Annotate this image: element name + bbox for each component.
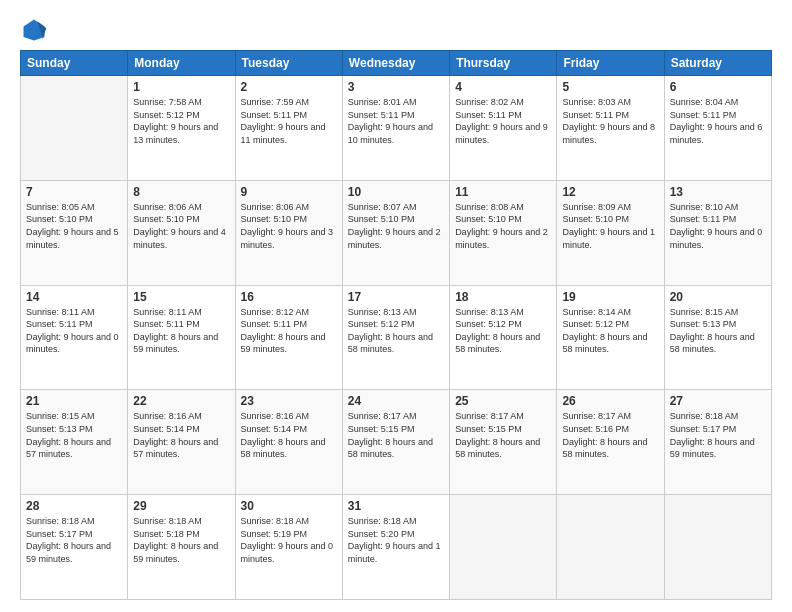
day-number: 19 [562,290,658,304]
day-info: Sunrise: 8:18 AMSunset: 5:19 PMDaylight:… [241,515,337,565]
calendar-cell: 28Sunrise: 8:18 AMSunset: 5:17 PMDayligh… [21,495,128,600]
day-header-saturday: Saturday [664,51,771,76]
calendar-cell: 8Sunrise: 8:06 AMSunset: 5:10 PMDaylight… [128,180,235,285]
calendar-week-row: 21Sunrise: 8:15 AMSunset: 5:13 PMDayligh… [21,390,772,495]
logo [20,16,52,44]
day-info: Sunrise: 8:14 AMSunset: 5:12 PMDaylight:… [562,306,658,356]
day-number: 13 [670,185,766,199]
calendar-cell: 6Sunrise: 8:04 AMSunset: 5:11 PMDaylight… [664,76,771,181]
calendar-week-row: 1Sunrise: 7:58 AMSunset: 5:12 PMDaylight… [21,76,772,181]
calendar-cell [557,495,664,600]
day-info: Sunrise: 8:11 AMSunset: 5:11 PMDaylight:… [133,306,229,356]
day-number: 15 [133,290,229,304]
calendar-cell: 12Sunrise: 8:09 AMSunset: 5:10 PMDayligh… [557,180,664,285]
day-info: Sunrise: 7:58 AMSunset: 5:12 PMDaylight:… [133,96,229,146]
day-info: Sunrise: 8:16 AMSunset: 5:14 PMDaylight:… [241,410,337,460]
calendar-cell: 20Sunrise: 8:15 AMSunset: 5:13 PMDayligh… [664,285,771,390]
day-info: Sunrise: 8:16 AMSunset: 5:14 PMDaylight:… [133,410,229,460]
day-info: Sunrise: 8:18 AMSunset: 5:17 PMDaylight:… [670,410,766,460]
day-number: 26 [562,394,658,408]
day-info: Sunrise: 8:18 AMSunset: 5:17 PMDaylight:… [26,515,122,565]
day-number: 24 [348,394,444,408]
day-info: Sunrise: 8:07 AMSunset: 5:10 PMDaylight:… [348,201,444,251]
day-info: Sunrise: 8:17 AMSunset: 5:15 PMDaylight:… [348,410,444,460]
calendar-cell: 10Sunrise: 8:07 AMSunset: 5:10 PMDayligh… [342,180,449,285]
page: SundayMondayTuesdayWednesdayThursdayFrid… [0,0,792,612]
calendar-table: SundayMondayTuesdayWednesdayThursdayFrid… [20,50,772,600]
calendar-cell: 4Sunrise: 8:02 AMSunset: 5:11 PMDaylight… [450,76,557,181]
day-header-thursday: Thursday [450,51,557,76]
day-info: Sunrise: 8:11 AMSunset: 5:11 PMDaylight:… [26,306,122,356]
calendar-cell: 17Sunrise: 8:13 AMSunset: 5:12 PMDayligh… [342,285,449,390]
day-header-monday: Monday [128,51,235,76]
day-number: 4 [455,80,551,94]
calendar-cell: 13Sunrise: 8:10 AMSunset: 5:11 PMDayligh… [664,180,771,285]
day-number: 1 [133,80,229,94]
day-number: 22 [133,394,229,408]
calendar-cell: 7Sunrise: 8:05 AMSunset: 5:10 PMDaylight… [21,180,128,285]
calendar-cell: 24Sunrise: 8:17 AMSunset: 5:15 PMDayligh… [342,390,449,495]
calendar-cell: 1Sunrise: 7:58 AMSunset: 5:12 PMDaylight… [128,76,235,181]
calendar-cell: 2Sunrise: 7:59 AMSunset: 5:11 PMDaylight… [235,76,342,181]
day-info: Sunrise: 8:04 AMSunset: 5:11 PMDaylight:… [670,96,766,146]
calendar-cell: 5Sunrise: 8:03 AMSunset: 5:11 PMDaylight… [557,76,664,181]
day-info: Sunrise: 8:15 AMSunset: 5:13 PMDaylight:… [26,410,122,460]
calendar-cell: 16Sunrise: 8:12 AMSunset: 5:11 PMDayligh… [235,285,342,390]
calendar-cell: 23Sunrise: 8:16 AMSunset: 5:14 PMDayligh… [235,390,342,495]
calendar-cell: 30Sunrise: 8:18 AMSunset: 5:19 PMDayligh… [235,495,342,600]
day-number: 28 [26,499,122,513]
day-number: 7 [26,185,122,199]
calendar-week-row: 14Sunrise: 8:11 AMSunset: 5:11 PMDayligh… [21,285,772,390]
day-number: 17 [348,290,444,304]
calendar-cell [21,76,128,181]
calendar-cell: 18Sunrise: 8:13 AMSunset: 5:12 PMDayligh… [450,285,557,390]
day-header-friday: Friday [557,51,664,76]
calendar-cell: 26Sunrise: 8:17 AMSunset: 5:16 PMDayligh… [557,390,664,495]
day-info: Sunrise: 8:06 AMSunset: 5:10 PMDaylight:… [241,201,337,251]
calendar-cell: 22Sunrise: 8:16 AMSunset: 5:14 PMDayligh… [128,390,235,495]
day-info: Sunrise: 8:17 AMSunset: 5:16 PMDaylight:… [562,410,658,460]
day-info: Sunrise: 8:09 AMSunset: 5:10 PMDaylight:… [562,201,658,251]
day-number: 16 [241,290,337,304]
day-number: 23 [241,394,337,408]
calendar-cell: 29Sunrise: 8:18 AMSunset: 5:18 PMDayligh… [128,495,235,600]
day-header-sunday: Sunday [21,51,128,76]
day-number: 5 [562,80,658,94]
day-info: Sunrise: 8:05 AMSunset: 5:10 PMDaylight:… [26,201,122,251]
day-number: 2 [241,80,337,94]
day-number: 18 [455,290,551,304]
day-info: Sunrise: 8:08 AMSunset: 5:10 PMDaylight:… [455,201,551,251]
calendar-week-row: 7Sunrise: 8:05 AMSunset: 5:10 PMDaylight… [21,180,772,285]
day-info: Sunrise: 8:10 AMSunset: 5:11 PMDaylight:… [670,201,766,251]
day-info: Sunrise: 8:13 AMSunset: 5:12 PMDaylight:… [455,306,551,356]
day-number: 3 [348,80,444,94]
day-number: 30 [241,499,337,513]
calendar-cell: 11Sunrise: 8:08 AMSunset: 5:10 PMDayligh… [450,180,557,285]
day-info: Sunrise: 8:18 AMSunset: 5:18 PMDaylight:… [133,515,229,565]
day-number: 11 [455,185,551,199]
calendar-cell: 15Sunrise: 8:11 AMSunset: 5:11 PMDayligh… [128,285,235,390]
day-number: 25 [455,394,551,408]
calendar-cell [450,495,557,600]
day-number: 14 [26,290,122,304]
calendar-cell: 9Sunrise: 8:06 AMSunset: 5:10 PMDaylight… [235,180,342,285]
calendar-cell: 21Sunrise: 8:15 AMSunset: 5:13 PMDayligh… [21,390,128,495]
day-header-tuesday: Tuesday [235,51,342,76]
calendar-cell: 25Sunrise: 8:17 AMSunset: 5:15 PMDayligh… [450,390,557,495]
calendar-header-row: SundayMondayTuesdayWednesdayThursdayFrid… [21,51,772,76]
day-number: 27 [670,394,766,408]
calendar-cell: 31Sunrise: 8:18 AMSunset: 5:20 PMDayligh… [342,495,449,600]
day-info: Sunrise: 8:02 AMSunset: 5:11 PMDaylight:… [455,96,551,146]
day-info: Sunrise: 8:13 AMSunset: 5:12 PMDaylight:… [348,306,444,356]
calendar-cell: 19Sunrise: 8:14 AMSunset: 5:12 PMDayligh… [557,285,664,390]
day-number: 31 [348,499,444,513]
day-number: 21 [26,394,122,408]
day-number: 10 [348,185,444,199]
day-info: Sunrise: 8:15 AMSunset: 5:13 PMDaylight:… [670,306,766,356]
day-header-wednesday: Wednesday [342,51,449,76]
day-number: 12 [562,185,658,199]
calendar-cell [664,495,771,600]
day-number: 20 [670,290,766,304]
day-info: Sunrise: 8:06 AMSunset: 5:10 PMDaylight:… [133,201,229,251]
calendar-cell: 27Sunrise: 8:18 AMSunset: 5:17 PMDayligh… [664,390,771,495]
